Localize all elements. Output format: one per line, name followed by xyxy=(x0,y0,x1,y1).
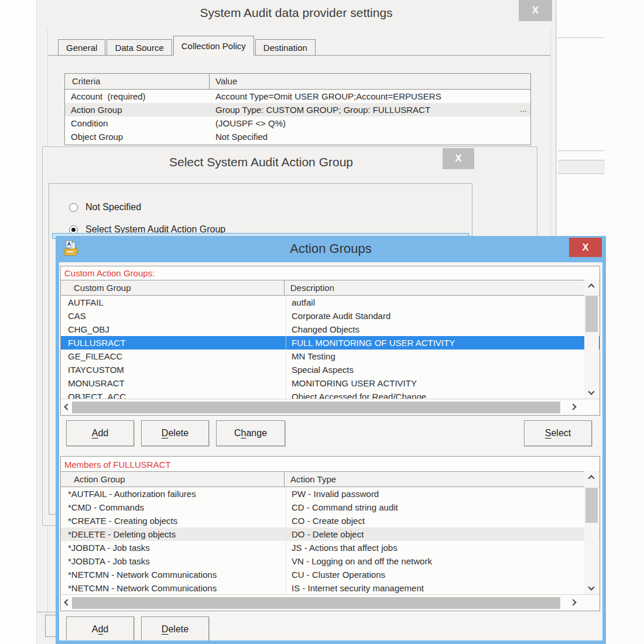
list-item[interactable]: CHG_OBJChanged Objects xyxy=(61,323,600,336)
custom-groups-rows: AUTFAILautfailCASCorporate Audit Standar… xyxy=(61,296,600,399)
criteria-table-header: Criteria Value xyxy=(65,74,530,90)
list-item[interactable]: *CREATE - Creating objectsCO - Create ob… xyxy=(61,514,600,527)
close-icon[interactable]: X xyxy=(519,0,552,21)
tab-general[interactable]: General xyxy=(58,39,105,56)
vertical-scrollbar[interactable] xyxy=(584,471,599,595)
scroll-left-icon[interactable] xyxy=(62,597,73,608)
horizontal-scrollbar[interactable] xyxy=(61,594,600,611)
column-header-description[interactable]: Description xyxy=(285,280,600,295)
cell: CU - Cluster Operations xyxy=(286,570,600,580)
list-item[interactable]: *DELETE - Deleting objectsDO - Delete ob… xyxy=(61,527,600,541)
tab-destination[interactable]: Destination xyxy=(255,39,316,56)
cell: ITAYCUSTOM xyxy=(61,365,286,375)
horizontal-scrollbar[interactable] xyxy=(61,399,600,415)
cell: Object Group xyxy=(65,132,210,142)
scroll-up-icon[interactable] xyxy=(586,473,597,484)
list-item[interactable]: ITAYCUSTOMSpecial Aspects xyxy=(61,363,600,376)
radio-unselected-icon[interactable] xyxy=(69,203,78,212)
list-item[interactable]: *NETCMN - Network CommunicationsIS - Int… xyxy=(61,581,600,594)
action-groups-title: Action Groups xyxy=(56,241,606,256)
list-item[interactable]: *AUTFAIL - Authorization failuresPW - In… xyxy=(61,487,600,501)
scrollbar-thumb[interactable] xyxy=(72,402,560,413)
tab-data-source[interactable]: Data Source xyxy=(107,39,172,56)
cell: VN - Logging on and off the network xyxy=(286,556,600,566)
list-item[interactable]: Object GroupNot Specified xyxy=(65,130,530,143)
delete-button[interactable]: Delete xyxy=(141,420,209,446)
settings-dialog-title: System Audit data provider settings xyxy=(37,6,556,20)
scroll-right-icon[interactable] xyxy=(568,402,578,412)
column-header-action-group[interactable]: Action Group xyxy=(61,472,285,487)
select-button[interactable]: Select xyxy=(524,420,592,446)
cell: Changed Objects xyxy=(286,324,600,334)
cell: Object Accessed for Read/Change xyxy=(286,392,600,399)
tab-bar: GeneralData SourceCollection PolicyDesti… xyxy=(58,36,316,56)
cell: *CMD - Commands xyxy=(61,502,286,512)
add-button[interactable]: Add xyxy=(66,420,134,446)
delete-button[interactable]: Delete xyxy=(141,616,209,640)
cell: JS - Actions that affect jobs xyxy=(286,543,600,553)
scroll-down-icon[interactable] xyxy=(586,386,597,397)
close-icon[interactable]: X xyxy=(443,148,474,169)
cell: autfail xyxy=(286,297,600,307)
scroll-down-icon[interactable] xyxy=(586,582,597,592)
cell: *JOBDTA - Job tasks xyxy=(61,543,286,553)
cell: *NETCMN - Network Communications xyxy=(61,583,286,593)
radio-label: Not Specified xyxy=(85,202,141,213)
scroll-right-icon[interactable] xyxy=(568,597,578,608)
column-header-action-type[interactable]: Action Type xyxy=(285,472,600,487)
scroll-up-icon[interactable] xyxy=(586,282,597,292)
members-header: Action Group Action Type xyxy=(61,471,600,487)
cell: Corporate Audit Standard xyxy=(286,311,600,321)
list-item[interactable]: *CMD - CommandsCD - Command string audit xyxy=(61,501,600,514)
list-item[interactable]: GE_FILEACCMN Testing xyxy=(61,350,600,363)
members-label: Members of FULLUSRACT xyxy=(61,457,600,471)
custom-groups-header: Custom Group Description xyxy=(61,280,600,296)
column-header-custom-group[interactable]: Custom Group xyxy=(61,280,285,295)
list-item[interactable]: MONUSRACTMONITORING USER ACTIVITY xyxy=(61,376,600,390)
column-header-value[interactable]: Value xyxy=(210,74,530,89)
change-button[interactable]: Change xyxy=(216,420,285,446)
background-toolbar-strip xyxy=(558,160,605,174)
scroll-left-icon[interactable] xyxy=(62,402,73,412)
list-item[interactable]: *JOBDTA - Job tasksVN - Logging on and o… xyxy=(61,554,600,568)
cell: PW - Invalid password xyxy=(286,489,600,499)
cell: *CREATE - Creating objects xyxy=(61,516,286,526)
column-header-criteria[interactable]: Criteria xyxy=(65,74,210,89)
criteria-table-rows: Account (required)Account Type=Omit USER… xyxy=(65,90,530,145)
scrollbar-thumb[interactable] xyxy=(585,296,598,332)
cell: CO - Create object xyxy=(286,516,600,526)
cell: DO - Delete object xyxy=(286,529,600,539)
list-item[interactable]: Condition(JOUSPF <> Q%) xyxy=(65,117,530,130)
list-item[interactable]: Action GroupGroup Type: CUSTOM GROUP; Gr… xyxy=(65,103,530,117)
add-button[interactable]: Add xyxy=(66,616,134,640)
select-dialog-title: Select System Audit Action Group xyxy=(43,155,479,169)
cell: Condition xyxy=(65,118,210,128)
criteria-table: Criteria Value Account (required)Account… xyxy=(64,73,531,145)
cell: FULLUSRACT xyxy=(61,338,286,348)
radio-option[interactable]: Not Specified xyxy=(69,202,141,213)
list-item[interactable]: Account (required)Account Type=Omit USER… xyxy=(65,90,530,103)
cell: Not Specified xyxy=(210,132,530,142)
cell: *NETCMN - Network Communications xyxy=(61,570,286,580)
list-item[interactable]: *JOBDTA - Job tasksJS - Actions that aff… xyxy=(61,541,600,554)
cell: (JOUSPF <> Q%) xyxy=(210,118,530,128)
cell: CD - Command string audit xyxy=(286,502,600,512)
list-item[interactable]: OBJECT_ACCObject Accessed for Read/Chang… xyxy=(61,390,600,399)
scrollbar-thumb[interactable] xyxy=(585,488,598,523)
list-item[interactable]: *NETCMN - Network CommunicationsCU - Clu… xyxy=(61,568,600,581)
list-item[interactable]: FULLUSRACTFULL MONITORING OF USER ACTIVI… xyxy=(61,336,600,350)
cell: Account Type=Omit USER GROUP;Account=ERP… xyxy=(210,91,530,101)
cell: OBJECT_ACC xyxy=(61,392,286,399)
tab-collection-policy[interactable]: Collection Policy xyxy=(173,36,254,56)
close-icon[interactable]: X xyxy=(569,238,602,257)
cell: CAS xyxy=(61,311,286,321)
list-item[interactable]: AUTFAILautfail xyxy=(61,296,600,309)
overflow-ellipsis[interactable]: ... xyxy=(520,104,527,114)
scrollbar-thumb[interactable] xyxy=(72,597,560,609)
custom-groups-list: Custom Action Groups: Custom Group Descr… xyxy=(60,266,600,416)
divider xyxy=(558,150,605,151)
list-item[interactable]: CASCorporate Audit Standard xyxy=(61,309,600,323)
vertical-scrollbar[interactable] xyxy=(584,280,599,399)
members-rows: *AUTFAIL - Authorization failuresPW - In… xyxy=(61,487,600,594)
cell: Action Group xyxy=(65,105,210,115)
